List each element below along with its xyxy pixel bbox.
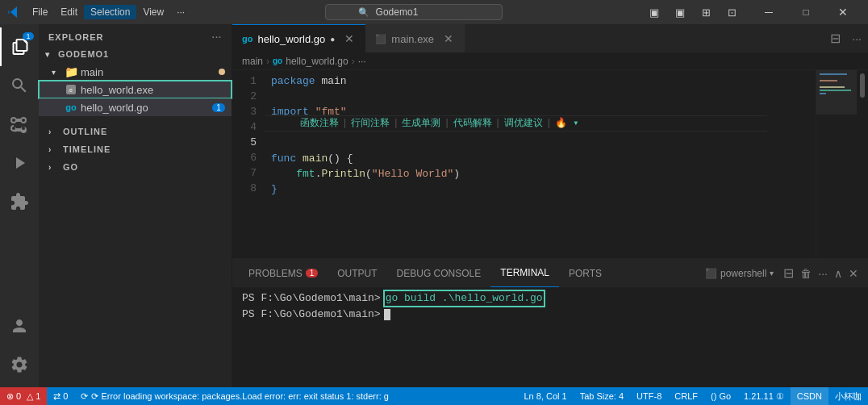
activity-item-explorer[interactable]: 1 [0, 27, 39, 66]
terminal-cmd-1: go build .\hello_world.go [384, 290, 545, 307]
sidebar-more-btn[interactable]: ··· [212, 32, 222, 42]
problems-badge: 1 [306, 269, 319, 278]
win-close[interactable]: ✕ [824, 0, 862, 24]
layout-btn-1[interactable]: ▣ [642, 3, 666, 21]
sidebar: EXPLORER ··· ▾ GODEMO1 ▾ 📁 main .e hello… [39, 24, 232, 387]
status-eol[interactable]: CRLF [668, 387, 704, 405]
menu-file[interactable]: File [26, 5, 54, 19]
panel-collapse-btn[interactable]: ∧ [831, 259, 845, 287]
code-line-5: func main() { [271, 151, 809, 166]
root-chevron: ▾ [45, 50, 58, 59]
status-csdn[interactable]: CSDN [791, 387, 828, 405]
editor-area: go hello_world.go ● ✕ ⬛ main.exe ✕ ⊟ ···… [232, 24, 868, 387]
sidebar-section-go[interactable]: › GO [39, 158, 232, 176]
tree-item-go[interactable]: go hello_world.go 1 [39, 98, 232, 116]
folder-chevron: ▾ [52, 68, 65, 77]
menu-selection[interactable]: Selection [84, 5, 136, 19]
status-encoding[interactable]: UTF-8 [630, 387, 668, 405]
warning-icon: △ [27, 391, 33, 402]
breadcrumb-file[interactable]: hello_world.go [286, 56, 348, 67]
panel-close-btn[interactable]: ✕ [845, 259, 862, 287]
breadcrumb-sep-1: › [266, 56, 269, 67]
tab-hello-world-go[interactable]: go hello_world.go ● ✕ [232, 24, 365, 52]
activity-item-settings[interactable] [0, 345, 39, 384]
menu-more[interactable]: ··· [170, 5, 191, 19]
status-go-version[interactable]: 1.21.11 ① [737, 387, 791, 405]
exe-label: hello_world.exe [81, 84, 153, 96]
terminal-content[interactable]: PS F:\Go\Godemo1\main> go build .\hello_… [232, 287, 868, 387]
go-label: hello_world.go [81, 102, 148, 114]
code-editor[interactable]: 1 2 3 4 5 6 7 8 函数注释 | 行间注 [232, 70, 816, 258]
code-content[interactable]: 函数注释 | 行间注释 | 生成单测 | 代码解释 | 调优建议 | 🔥 ▾ [265, 70, 816, 258]
go-tab-label: hello_world.go [257, 33, 325, 45]
exe-tab-label: main.exe [391, 33, 434, 45]
breadcrumb-go-icon: go [273, 56, 282, 65]
tab-bar: go hello_world.go ● ✕ ⬛ main.exe ✕ ⊟ ··· [232, 24, 868, 52]
status-bar: ⊗ 0 △ 1 ⇄ 0 ⟳ ⟳ Error loading workspace:… [0, 387, 868, 405]
go-tab-dirty: ● [330, 35, 335, 44]
ai-more[interactable]: 🔥 ▾ [555, 116, 578, 132]
breadcrumb-sep-2: › [352, 56, 355, 67]
go-badge: 1 [212, 103, 225, 112]
sidebar-section-outline[interactable]: › OUTLINE [39, 123, 232, 140]
code-line-8 [271, 197, 809, 212]
editor-more-btn[interactable]: ··· [845, 24, 868, 52]
minimap [816, 70, 868, 258]
loading-icon: ⟳ [81, 391, 88, 402]
terminal-line-1: PS F:\Go\Godemo1\main> go build .\hello_… [242, 290, 858, 307]
ai-line-comment[interactable]: 行间注释 [351, 116, 390, 132]
activity-item-account[interactable] [0, 307, 39, 345]
menu-edit[interactable]: Edit [54, 5, 84, 19]
menu-view[interactable]: View [136, 5, 170, 19]
ai-func-comment[interactable]: 函数注释 [300, 116, 339, 132]
panel-terminal-label[interactable]: ⬛ powershell ▾ [699, 259, 780, 287]
editor-scrollbar[interactable] [857, 70, 868, 258]
terminal-icon: ⬛ [705, 268, 717, 279]
status-tabsize[interactable]: Tab Size: 4 [574, 387, 630, 405]
go-tab-icon: go [242, 34, 252, 44]
ai-explain[interactable]: 代码解释 [453, 116, 492, 132]
activity-item-run[interactable] [0, 144, 39, 182]
error-icon: ⊗ [6, 391, 14, 402]
sidebar-section-timeline[interactable]: › TIMELINE [39, 140, 232, 158]
status-position[interactable]: Ln 8, Col 1 [517, 387, 573, 405]
editor-split-btn[interactable]: ⊟ [825, 24, 845, 52]
search-box[interactable]: 🔍 Godemo1 [325, 4, 503, 20]
breadcrumb-main[interactable]: main [242, 56, 263, 67]
activity-item-extensions[interactable] [0, 182, 39, 221]
ai-gen-test[interactable]: 生成单测 [402, 116, 440, 132]
win-minimize[interactable]: ─ [750, 0, 787, 24]
activity-item-source-control[interactable] [0, 105, 39, 144]
sidebar-root[interactable]: ▾ GODEMO1 [39, 45, 232, 63]
status-user[interactable]: 小杯咖 [828, 387, 868, 405]
activity-bar: 1 [0, 24, 39, 387]
panel-tab-output[interactable]: OUTPUT [328, 259, 386, 287]
status-message[interactable]: ⟳ ⟳ Error loading workspace: packages.Lo… [74, 387, 395, 405]
folder-icon: 📁 [65, 65, 77, 78]
panel-tab-ports[interactable]: PORTS [559, 259, 611, 287]
panel-tab-debug[interactable]: DEBUG CONSOLE [387, 259, 491, 287]
panel-tab-terminal[interactable]: TERMINAL [490, 259, 559, 287]
win-maximize[interactable]: □ [787, 0, 824, 24]
tree-item-main[interactable]: ▾ 📁 main [39, 63, 232, 81]
tab-main-exe[interactable]: ⬛ main.exe ✕ [365, 24, 465, 52]
explorer-badge: 1 [23, 32, 34, 40]
layout-btn-2[interactable]: ▣ [668, 3, 692, 21]
go-chevron: › [48, 163, 61, 172]
layout-btn-3[interactable]: ⊞ [694, 3, 718, 21]
go-tab-close[interactable]: ✕ [343, 32, 356, 45]
exe-tab-close[interactable]: ✕ [442, 32, 455, 45]
status-sync[interactable]: ⇄ 0 [47, 387, 74, 405]
ai-optimize[interactable]: 调优建议 [504, 116, 543, 132]
timeline-chevron: › [48, 145, 61, 154]
status-errors[interactable]: ⊗ 0 △ 1 [0, 387, 47, 405]
panel-more-btn[interactable]: ··· [815, 259, 831, 287]
panel-trash-btn[interactable]: 🗑 [797, 259, 815, 287]
layout-btn-4[interactable]: ⊡ [720, 3, 744, 21]
panel-tab-problems[interactable]: PROBLEMS 1 [239, 259, 328, 287]
activity-item-search[interactable] [0, 66, 39, 105]
panel-split-btn[interactable]: ⊟ [780, 259, 797, 287]
status-language[interactable]: () Go [704, 387, 737, 405]
breadcrumb-more[interactable]: ··· [358, 56, 366, 67]
tree-item-exe[interactable]: .e hello_world.exe [39, 81, 232, 98]
